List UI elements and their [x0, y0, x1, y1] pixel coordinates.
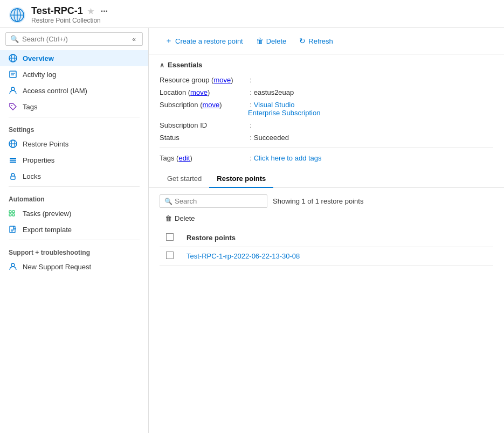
bars-icon [9, 156, 17, 164]
subscription-move-link[interactable]: move [202, 101, 219, 109]
field-status: Status : Succeeded [160, 132, 327, 143]
globe-icon [9, 139, 17, 148]
svg-rect-22 [9, 214, 11, 216]
restore-point-link[interactable]: Test-RPC-1-rp-2022-06-22-13-30-08 [187, 252, 300, 260]
sidebar-item-new-support[interactable]: New Support Request [0, 259, 148, 275]
svg-point-11 [11, 87, 15, 90]
create-restore-point-button[interactable]: ＋ Create a restore point [160, 33, 248, 48]
sidebar-item-label: Overview [23, 54, 54, 62]
toolbar: ＋ Create a restore point 🗑 Delete ↻ Refr… [149, 28, 504, 54]
table-search-input[interactable] [175, 197, 265, 205]
section-settings-label: Settings [0, 120, 148, 136]
sidebar-item-label: Tags [23, 103, 37, 111]
divider-support [9, 240, 140, 240]
table-actions: 🗑 Delete [160, 212, 493, 225]
svg-rect-16 [10, 158, 16, 159]
svg-rect-17 [10, 160, 16, 161]
essentials-col-left: Resource group (move) : Location (move) … [160, 74, 327, 143]
tags-edit-link[interactable]: edit [178, 154, 190, 162]
tab-restore-points[interactable]: Restore points [209, 170, 273, 188]
delete-button[interactable]: 🗑 Delete [251, 34, 292, 48]
essentials-col-right [327, 74, 494, 143]
content-area: ＋ Create a restore point 🗑 Delete ↻ Refr… [149, 28, 504, 433]
sidebar-item-restore-points[interactable]: Restore Points [0, 136, 148, 152]
sidebar-item-label: Restore Points [23, 140, 68, 148]
restore-points-table: Restore points Test-RPC-1-rp-2022-06-22-… [160, 229, 493, 266]
field-tags: Tags (edit) : Click here to add tags [160, 152, 493, 164]
sidebar-item-access-control[interactable]: Access control (IAM) [0, 82, 148, 99]
table-header-checkbox-cell [160, 229, 180, 247]
tasks-icon [9, 209, 17, 218]
sidebar-item-export-template[interactable]: Export template [0, 221, 148, 238]
search-icon: 🔍 [10, 35, 19, 43]
table-delete-button[interactable]: 🗑 Delete [160, 212, 201, 225]
table-header-restore-points: Restore points [180, 229, 493, 247]
header-subtitle: Restore Point Collection [31, 17, 108, 24]
refresh-button[interactable]: ↻ Refresh [294, 34, 339, 48]
section-support-label: Support + troubleshooting [0, 242, 148, 259]
svg-rect-20 [9, 211, 11, 213]
trash-icon: 🗑 [256, 37, 264, 45]
table-toolbar: 🔍 Showing 1 of 1 restore points [160, 194, 493, 208]
sidebar-item-label: Export template [23, 226, 72, 234]
main-layout: 🔍 « Overview Activity log Access control… [0, 28, 504, 433]
table-search-icon: 🔍 [164, 198, 172, 205]
sidebar-item-label: Activity log [23, 71, 56, 79]
location-move-link[interactable]: move [190, 88, 208, 96]
header-title-group: Test-RPC-1 ★ ··· Restore Point Collectio… [31, 5, 108, 24]
sidebar-item-tasks-preview[interactable]: Tasks (preview) [0, 205, 148, 221]
table-row-checkbox[interactable] [166, 252, 174, 259]
field-subscription: Subscription (move) : Visual Studio Ente… [160, 99, 327, 118]
section-automation-label: Automation [0, 189, 148, 205]
sidebar-item-label: Locks [23, 172, 41, 180]
table-cell-restore-point-name: Test-RPC-1-rp-2022-06-22-13-30-08 [180, 247, 493, 266]
subscription-link[interactable]: Visual Studio Enterprise Subscription [248, 101, 320, 117]
sidebar: 🔍 « Overview Activity log Access control… [0, 28, 149, 433]
refresh-icon: ↻ [299, 37, 306, 45]
divider-automation [9, 186, 140, 187]
sidebar-item-properties[interactable]: Properties [0, 152, 148, 168]
table-cell-checkbox [160, 247, 180, 266]
chevron-up-icon[interactable]: ∧ [160, 61, 164, 69]
sidebar-item-label: New Support Request [23, 263, 91, 271]
add-tags-link[interactable]: Click here to add tags [254, 154, 322, 162]
tag-icon [9, 102, 17, 111]
globe-icon [9, 54, 17, 62]
svg-rect-19 [11, 176, 15, 179]
app-icon [9, 6, 26, 24]
field-location: Location (move) : eastus2euap [160, 87, 327, 98]
svg-rect-24 [10, 226, 15, 233]
top-header: Test-RPC-1 ★ ··· Restore Point Collectio… [0, 0, 504, 28]
lock-icon [9, 172, 17, 180]
essentials-header: ∧ Essentials [160, 61, 493, 69]
collapse-button[interactable]: « [130, 36, 138, 43]
field-subscription-id: Subscription ID : [160, 120, 327, 131]
sidebar-item-activity-log[interactable]: Activity log [0, 66, 148, 82]
title-text: Test-RPC-1 [31, 5, 83, 17]
sidebar-item-locks[interactable]: Locks [0, 168, 148, 184]
sidebar-item-overview[interactable]: Overview [0, 50, 148, 66]
divider-settings [9, 117, 140, 117]
svg-point-12 [11, 105, 12, 106]
svg-rect-21 [12, 211, 15, 213]
tabs-row: Get started Restore points [149, 170, 504, 188]
table-trash-icon: 🗑 [165, 214, 172, 222]
favorite-icon[interactable]: ★ [87, 7, 94, 16]
showing-count: Showing 1 of 1 restore points [273, 197, 363, 205]
field-resource-group: Resource group (move) : [160, 74, 327, 86]
svg-rect-23 [12, 214, 15, 216]
more-options-icon[interactable]: ··· [101, 6, 108, 16]
person-icon [9, 86, 17, 95]
table-row: Test-RPC-1-rp-2022-06-22-13-30-08 [160, 247, 493, 266]
search-input[interactable] [22, 35, 130, 43]
resource-group-move-link[interactable]: move [213, 76, 231, 84]
sidebar-item-label: Access control (IAM) [23, 87, 87, 95]
sidebar-item-tags[interactable]: Tags [0, 99, 148, 115]
tab-get-started[interactable]: Get started [160, 170, 209, 188]
svg-point-27 [11, 263, 15, 267]
export-icon [9, 225, 17, 234]
table-header-checkbox[interactable] [166, 233, 174, 241]
table-section: 🔍 Showing 1 of 1 restore points 🗑 Delete [149, 188, 504, 272]
table-search-bar: 🔍 [160, 194, 267, 208]
sidebar-item-label: Properties [23, 156, 54, 164]
